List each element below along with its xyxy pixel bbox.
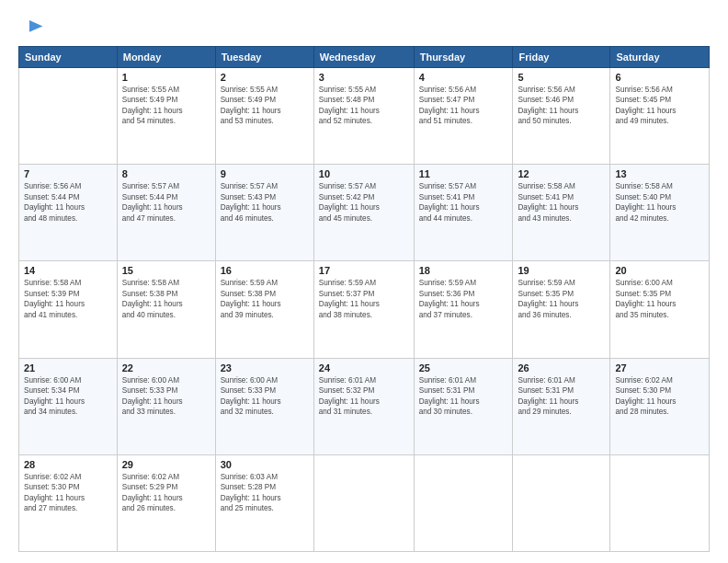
weekday-header-row: SundayMondayTuesdayWednesdayThursdayFrid…	[19, 47, 710, 68]
day-number: 7	[24, 168, 112, 179]
weekday-header-sunday: Sunday	[19, 47, 118, 68]
day-number: 13	[615, 168, 704, 179]
header	[18, 17, 710, 39]
calendar-cell: 27Sunrise: 6:02 AMSunset: 5:30 PMDayligh…	[610, 358, 710, 454]
day-number: 27	[615, 362, 704, 373]
day-info: Sunrise: 6:02 AMSunset: 5:30 PMDaylight:…	[615, 375, 704, 418]
day-number: 1	[122, 72, 210, 83]
day-info: Sunrise: 5:58 AMSunset: 5:39 PMDaylight:…	[24, 278, 112, 320]
calendar-cell: 3Sunrise: 5:55 AMSunset: 5:48 PMDaylight…	[313, 68, 414, 165]
calendar-cell: 12Sunrise: 5:58 AMSunset: 5:41 PMDayligh…	[513, 165, 610, 261]
day-number: 6	[615, 72, 704, 83]
day-info: Sunrise: 5:59 AMSunset: 5:35 PMDaylight:…	[518, 278, 605, 320]
day-number: 12	[518, 168, 605, 179]
day-info: Sunrise: 6:00 AMSunset: 5:35 PMDaylight:…	[615, 278, 704, 320]
day-info: Sunrise: 5:57 AMSunset: 5:42 PMDaylight:…	[319, 181, 409, 224]
day-info: Sunrise: 6:01 AMSunset: 5:31 PMDaylight:…	[419, 375, 508, 418]
day-number: 30	[221, 459, 309, 470]
day-number: 22	[122, 362, 210, 373]
calendar-cell: 20Sunrise: 6:00 AMSunset: 5:35 PMDayligh…	[610, 261, 710, 358]
logo	[18, 17, 44, 39]
week-row-2: 7Sunrise: 5:56 AMSunset: 5:44 PMDaylight…	[19, 165, 710, 261]
weekday-header-thursday: Thursday	[414, 47, 513, 68]
calendar-cell: 28Sunrise: 6:02 AMSunset: 5:30 PMDayligh…	[19, 454, 118, 551]
week-row-3: 14Sunrise: 5:58 AMSunset: 5:39 PMDayligh…	[19, 261, 710, 358]
day-number: 29	[122, 459, 210, 470]
day-info: Sunrise: 5:58 AMSunset: 5:38 PMDaylight:…	[122, 278, 210, 320]
day-info: Sunrise: 5:58 AMSunset: 5:41 PMDaylight:…	[518, 181, 605, 224]
day-number: 25	[419, 362, 508, 373]
day-info: Sunrise: 5:56 AMSunset: 5:44 PMDaylight:…	[24, 181, 112, 224]
calendar-cell: 4Sunrise: 5:56 AMSunset: 5:47 PMDaylight…	[414, 68, 513, 165]
calendar-cell: 13Sunrise: 5:58 AMSunset: 5:40 PMDayligh…	[610, 165, 710, 261]
week-row-4: 21Sunrise: 6:00 AMSunset: 5:34 PMDayligh…	[19, 358, 710, 454]
calendar-cell: 9Sunrise: 5:57 AMSunset: 5:43 PMDaylight…	[215, 165, 313, 261]
day-info: Sunrise: 5:59 AMSunset: 5:37 PMDaylight:…	[319, 278, 409, 320]
calendar-cell: 30Sunrise: 6:03 AMSunset: 5:28 PMDayligh…	[215, 454, 313, 551]
calendar-cell: 8Sunrise: 5:57 AMSunset: 5:44 PMDaylight…	[117, 165, 215, 261]
calendar-cell: 11Sunrise: 5:57 AMSunset: 5:41 PMDayligh…	[414, 165, 513, 261]
calendar-cell	[610, 454, 710, 551]
day-number: 24	[319, 362, 409, 373]
day-info: Sunrise: 5:57 AMSunset: 5:41 PMDaylight:…	[419, 181, 508, 224]
calendar-cell: 23Sunrise: 6:00 AMSunset: 5:33 PMDayligh…	[215, 358, 313, 454]
day-number: 5	[518, 72, 605, 83]
day-number: 15	[122, 265, 210, 276]
calendar-cell: 10Sunrise: 5:57 AMSunset: 5:42 PMDayligh…	[313, 165, 414, 261]
calendar-cell: 21Sunrise: 6:00 AMSunset: 5:34 PMDayligh…	[19, 358, 118, 454]
day-info: Sunrise: 6:00 AMSunset: 5:33 PMDaylight:…	[122, 375, 210, 418]
calendar-container: SundayMondayTuesdayWednesdayThursdayFrid…	[0, 0, 728, 563]
week-row-1: 1Sunrise: 5:55 AMSunset: 5:49 PMDaylight…	[19, 68, 710, 165]
day-info: Sunrise: 5:56 AMSunset: 5:45 PMDaylight:…	[615, 85, 704, 127]
calendar-cell: 16Sunrise: 5:59 AMSunset: 5:38 PMDayligh…	[215, 261, 313, 358]
calendar-cell	[313, 454, 414, 551]
day-info: Sunrise: 6:00 AMSunset: 5:34 PMDaylight:…	[24, 375, 112, 418]
day-number: 3	[319, 72, 409, 83]
calendar-cell: 5Sunrise: 5:56 AMSunset: 5:46 PMDaylight…	[513, 68, 610, 165]
day-number: 18	[419, 265, 508, 276]
calendar-cell	[414, 454, 513, 551]
calendar-cell: 6Sunrise: 5:56 AMSunset: 5:45 PMDaylight…	[610, 68, 710, 165]
day-number: 21	[24, 362, 112, 373]
day-info: Sunrise: 5:57 AMSunset: 5:44 PMDaylight:…	[122, 181, 210, 224]
weekday-header-tuesday: Tuesday	[215, 47, 313, 68]
day-info: Sunrise: 5:56 AMSunset: 5:46 PMDaylight:…	[518, 85, 605, 127]
day-info: Sunrise: 6:02 AMSunset: 5:30 PMDaylight:…	[24, 472, 112, 514]
calendar-cell: 19Sunrise: 5:59 AMSunset: 5:35 PMDayligh…	[513, 261, 610, 358]
calendar-cell: 2Sunrise: 5:55 AMSunset: 5:49 PMDaylight…	[215, 68, 313, 165]
calendar-cell: 1Sunrise: 5:55 AMSunset: 5:49 PMDaylight…	[117, 68, 215, 165]
day-info: Sunrise: 5:58 AMSunset: 5:40 PMDaylight:…	[615, 181, 704, 224]
day-number: 19	[518, 265, 605, 276]
day-number: 20	[615, 265, 704, 276]
calendar-cell	[19, 68, 118, 165]
day-number: 8	[122, 168, 210, 179]
day-info: Sunrise: 5:59 AMSunset: 5:36 PMDaylight:…	[419, 278, 508, 320]
calendar-cell: 17Sunrise: 5:59 AMSunset: 5:37 PMDayligh…	[313, 261, 414, 358]
day-info: Sunrise: 6:00 AMSunset: 5:33 PMDaylight:…	[221, 375, 309, 418]
calendar-cell: 22Sunrise: 6:00 AMSunset: 5:33 PMDayligh…	[117, 358, 215, 454]
calendar-cell: 15Sunrise: 5:58 AMSunset: 5:38 PMDayligh…	[117, 261, 215, 358]
weekday-header-monday: Monday	[117, 47, 215, 68]
weekday-header-wednesday: Wednesday	[313, 47, 414, 68]
week-row-5: 28Sunrise: 6:02 AMSunset: 5:30 PMDayligh…	[19, 454, 710, 551]
weekday-header-friday: Friday	[513, 47, 610, 68]
day-info: Sunrise: 6:01 AMSunset: 5:31 PMDaylight:…	[518, 375, 605, 418]
calendar-cell: 18Sunrise: 5:59 AMSunset: 5:36 PMDayligh…	[414, 261, 513, 358]
calendar-cell: 29Sunrise: 6:02 AMSunset: 5:29 PMDayligh…	[117, 454, 215, 551]
day-info: Sunrise: 6:02 AMSunset: 5:29 PMDaylight:…	[122, 472, 210, 514]
day-number: 11	[419, 168, 508, 179]
day-info: Sunrise: 5:55 AMSunset: 5:49 PMDaylight:…	[221, 85, 309, 127]
day-number: 4	[419, 72, 508, 83]
day-number: 9	[221, 168, 309, 179]
day-info: Sunrise: 5:55 AMSunset: 5:49 PMDaylight:…	[122, 85, 210, 127]
day-info: Sunrise: 5:55 AMSunset: 5:48 PMDaylight:…	[319, 85, 409, 127]
day-number: 16	[221, 265, 309, 276]
day-number: 10	[319, 168, 409, 179]
calendar-cell: 26Sunrise: 6:01 AMSunset: 5:31 PMDayligh…	[513, 358, 610, 454]
day-number: 2	[221, 72, 309, 83]
day-info: Sunrise: 5:59 AMSunset: 5:38 PMDaylight:…	[221, 278, 309, 320]
day-number: 26	[518, 362, 605, 373]
day-number: 17	[319, 265, 409, 276]
day-info: Sunrise: 6:03 AMSunset: 5:28 PMDaylight:…	[221, 472, 309, 514]
day-number: 14	[24, 265, 112, 276]
